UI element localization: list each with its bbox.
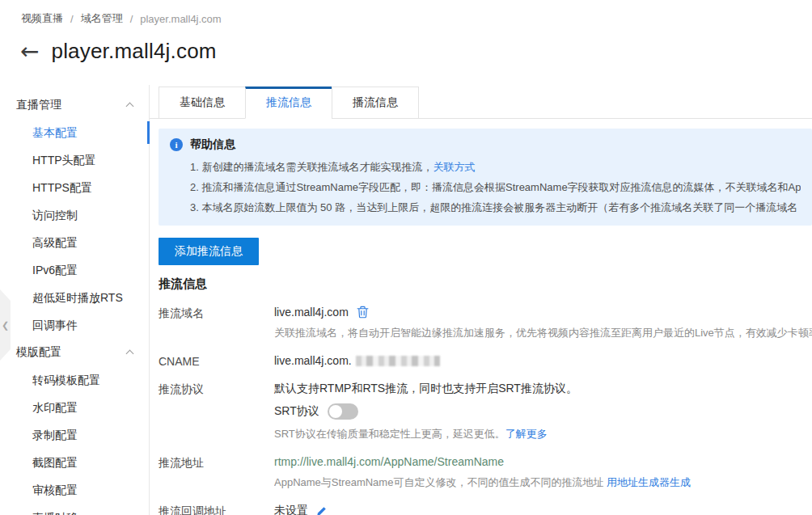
push-url-desc-text: AppName与StreamName可自定义修改，不同的值生成不同的推流地址: [274, 476, 607, 488]
content-container: 直播管理 基本配置 HTTP头配置 HTTPS配置 访问控制 高级配置 IPv6…: [0, 85, 812, 515]
sidebar-item-ipv6-config[interactable]: IPv6配置: [0, 256, 149, 284]
push-domain-label: 推流域名: [159, 306, 274, 340]
tab-bar: 基础信息 推流信息 播流信息: [150, 87, 812, 119]
push-callback-value: 未设置: [274, 504, 308, 515]
sidebar-item-callback-events[interactable]: 回调事件: [0, 311, 149, 339]
sidebar-item-advanced-config[interactable]: 高级配置: [0, 229, 149, 256]
sidebar-group-live-management[interactable]: 直播管理: [0, 91, 149, 119]
push-protocol-label: 推流协议: [159, 382, 274, 441]
sidebar-item-watermark-config[interactable]: 水印配置: [0, 394, 149, 421]
help-line-1: 1. 新创建的播流域名需关联推流域名才能实现推流，关联方式: [190, 157, 801, 177]
srt-protocol-label: SRT协议: [274, 404, 319, 419]
sidebar-item-https-config[interactable]: HTTPS配置: [0, 174, 149, 201]
page-title: player.mall4j.com: [51, 39, 216, 64]
push-url-value: rtmp://live.mall4j.com/AppName/StreamNam…: [274, 455, 812, 468]
push-callback-row: 推流回调地址 未设置 通知当前域名推流状态，如推流成功、断流状态了解更多: [159, 504, 812, 515]
cname-value: live.mall4j.com.: [274, 354, 352, 367]
cname-label: CNAME: [159, 354, 274, 368]
push-domain-row: 推流域名 live.mall4j.com 关联推流域名，将自动开启智能边缘推流加…: [159, 306, 812, 340]
sidebar-group-template-config[interactable]: 模版配置: [0, 339, 149, 366]
push-url-label: 推流地址: [159, 455, 274, 490]
help-title: 帮助信息: [190, 137, 235, 152]
push-callback-label: 推流回调地址: [159, 504, 274, 515]
info-icon: i: [170, 138, 183, 151]
sidebar-group-label: 直播管理: [16, 98, 61, 112]
srt-toggle-switch[interactable]: [328, 403, 358, 420]
page-header: ← player.mall4j.com: [20, 39, 217, 64]
add-push-info-button[interactable]: 添加推流信息: [159, 238, 259, 265]
breadcrumb-separator: /: [70, 13, 74, 25]
push-domain-desc: 关联推流域名，将自动开启智能边缘推流加速服务，优先将视频内容推流至距离用户最近的…: [274, 326, 812, 340]
push-info-section-title: 推流信息: [159, 276, 812, 292]
push-url-row: 推流地址 rtmp://live.mall4j.com/AppName/Stre…: [159, 455, 812, 490]
url-generator-link[interactable]: 用地址生成器生成: [607, 476, 691, 488]
delete-trash-icon[interactable]: [357, 306, 369, 319]
sidebar-item-live-timeshift[interactable]: 直播时移: [0, 504, 149, 515]
sidebar-item-access-control[interactable]: 访问控制: [0, 201, 149, 229]
tab-play-info[interactable]: 播流信息: [332, 87, 419, 119]
sidebar: 直播管理 基本配置 HTTP头配置 HTTPS配置 访问控制 高级配置 IPv6…: [0, 85, 150, 515]
sidebar-item-http-header-config[interactable]: HTTP头配置: [0, 146, 149, 174]
sidebar-item-basic-config[interactable]: 基本配置: [0, 119, 149, 146]
sidebar-item-snapshot-config[interactable]: 截图配置: [0, 449, 149, 476]
push-protocol-text: 默认支持RTMP和RTS推流，同时也支持开启SRT推流协议。: [274, 382, 812, 396]
chevron-up-icon: [126, 350, 134, 358]
back-arrow-icon[interactable]: ←: [20, 40, 39, 63]
sidebar-item-transcode-template[interactable]: 转码模板配置: [0, 366, 149, 394]
help-line-2: 2. 推流和播流信息通过StreamName字段匹配，即：播流信息会根据Stre…: [190, 177, 801, 197]
breadcrumb-current-domain: player.mall4j.com: [140, 13, 221, 25]
cname-redacted-value: [356, 356, 440, 366]
srt-desc-text: SRT协议在传输质量和稳定性上更高，延迟更低。: [274, 428, 505, 440]
help-info-box: i 帮助信息 1. 新创建的播流域名需关联推流域名才能实现推流，关联方式 2. …: [159, 129, 812, 226]
main-panel: 基础信息 推流信息 播流信息 i 帮助信息 1. 新创建的播流域名需关联推流域名…: [150, 85, 812, 515]
breadcrumb-separator: /: [130, 13, 133, 25]
breadcrumb-domain-management[interactable]: 域名管理: [81, 11, 123, 26]
association-method-link[interactable]: 关联方式: [433, 161, 475, 173]
help-line-3: 3. 本域名原始流数上限值为 50 路，当达到上限后，超限的推流连接会被服务器主…: [190, 197, 801, 217]
srt-desc: SRT协议在传输质量和稳定性上更高，延迟更低。了解更多: [274, 427, 812, 441]
cname-row: CNAME live.mall4j.com.: [159, 354, 812, 368]
breadcrumb: 视频直播 / 域名管理 / player.mall4j.com: [21, 11, 222, 26]
push-url-desc: AppName与StreamName可自定义修改，不同的值生成不同的推流地址 用…: [274, 475, 812, 490]
sidebar-group-label: 模版配置: [16, 345, 61, 360]
tab-push-info[interactable]: 推流信息: [245, 87, 332, 119]
push-protocol-row: 推流协议 默认支持RTMP和RTS推流，同时也支持开启SRT推流协议。 SRT协…: [159, 382, 812, 441]
breadcrumb-live-video[interactable]: 视频直播: [21, 11, 63, 26]
push-domain-value: live.mall4j.com: [274, 306, 349, 319]
srt-learn-more-link[interactable]: 了解更多: [505, 428, 548, 440]
sidebar-item-rts-playback[interactable]: 超低延时播放RTS: [0, 284, 149, 311]
sidebar-item-moderation-config[interactable]: 审核配置: [0, 476, 149, 504]
tab-basic-info[interactable]: 基础信息: [159, 87, 246, 119]
sidebar-item-recording-config[interactable]: 录制配置: [0, 421, 149, 449]
push-info-form: 推流域名 live.mall4j.com 关联推流域名，将自动开启智能边缘推流加…: [159, 306, 812, 515]
edit-pencil-icon[interactable]: [316, 506, 327, 515]
chevron-up-icon: [126, 103, 134, 111]
help-line-1-text: 1. 新创建的播流域名需关联推流域名才能实现推流，: [190, 161, 433, 173]
